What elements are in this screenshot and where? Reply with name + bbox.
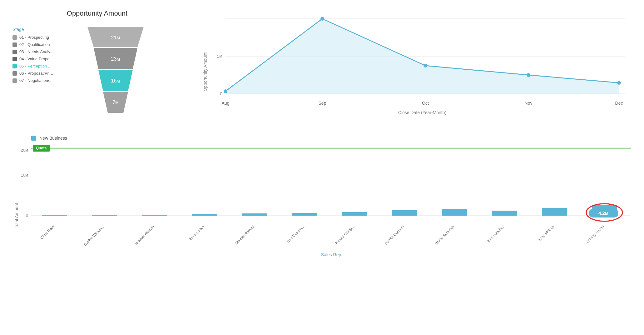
x-label-evelyn: Evelyn William... [83,224,105,247]
legend-label-0: 01 - Prospecting [19,35,49,40]
bar-evelyn [92,215,117,216]
bar-doroth [392,210,417,216]
data-point-nov [527,73,530,77]
legend-label-1: 02 - Qualification [19,42,50,47]
bar-legend-color [31,136,36,141]
bottom-section: New Business Total Amount 20м 10м 0 Quot… [12,136,632,270]
funnel-chart-svg: 21м 23м 16м 7м [81,24,150,121]
x-label-oct: Oct [422,101,429,106]
data-point-aug [224,89,227,93]
data-point-oct [424,64,427,68]
legend-color-0 [12,35,17,40]
dashboard: Opportunity Amount Stage 01 - Prospectin… [0,0,644,279]
bar-y-0: 0 [26,213,28,218]
bar-chart-svg: Total Amount 20м 10м 0 Quota Chris Riley… [12,144,643,269]
legend-color-4 [12,64,17,68]
x-label-eric-g: Eric Gutierrez [286,224,305,243]
legend-label-5: 06 - Proposal/Pri... [19,71,53,76]
funnel-svg: 21м 23м 16м 7м [81,24,182,122]
x-label-nov: Nov [525,101,533,106]
bar-y-10m: 10м [21,173,28,178]
legend-items: 01 - Prospecting02 - Qualification03 - N… [12,35,75,83]
x-axis-label: Close Date (Year-Month) [398,110,446,115]
legend-item-0: 01 - Prospecting [12,35,75,40]
funnel-title: Opportunity Amount [12,9,182,18]
bar-y-axis-label: Total Amount [14,203,19,228]
quota-badge-label: Quota [36,146,47,150]
bar-eric-g [292,213,317,216]
bar-x-axis-label: Sales Rep [321,252,341,257]
x-label-doroth: Doroth Gardner [384,224,405,246]
legend-color-1 [12,42,17,47]
legend-item-3: 04 - Value Propo... [12,57,75,61]
x-label-harold: Harold Camp... [334,224,355,245]
funnel-label-4: 7м [112,100,119,105]
top-row: Opportunity Amount Stage 01 - Prospectin… [12,9,632,123]
bar-irene-m [542,208,567,216]
funnel-section: Opportunity Amount Stage 01 - Prospectin… [12,9,182,123]
legend-item-2: 03 - Needs Analy... [12,49,75,54]
x-label-johnny: Johnny Green [585,224,605,244]
legend-label-4: 05 - Perception ... [19,64,52,68]
bar-y-20m: 20м [21,148,28,152]
bar-eric-s [492,211,517,216]
x-label-chris: Chris Riley [39,224,55,240]
legend-title: Stage [12,27,75,32]
funnel-label-3: 16м [111,78,120,83]
legend-item-1: 02 - Qualification [12,42,75,47]
bar-chris-riley [42,215,67,216]
line-chart-svg: 5м 0 Opportunity Amount Aug Sep Oct Nov … [201,9,632,122]
bar-legend-label: New Business [39,136,67,141]
funnel-label-1: 21м [111,35,120,40]
x-label-eric-s: Eric Sanchez [486,224,505,243]
y-axis-label: Opportunity Amount [203,52,208,91]
data-point-sep [320,17,324,21]
x-label-bruce: Bruce Kennedy [434,224,455,245]
legend-item-4: 05 - Perception ... [12,64,75,68]
legend-item-6: 07 - Negotiation/... [12,78,75,83]
funnel-label-2: 23м [111,56,120,62]
legend-label-3: 04 - Value Propo... [19,57,53,61]
x-label-irene-k: Irene Kelley [188,224,205,241]
legend-color-3 [12,57,17,61]
x-label-aug: Aug [222,101,230,106]
legend-item-5: 06 - Proposal/Pri... [12,71,75,76]
legend-color-5 [12,71,17,76]
y-label-0: 0 [220,91,222,96]
y-label-5m: 5м [217,54,222,59]
x-label-dennis: Dennis Howard [234,224,255,245]
bar-chart-legend: New Business [31,136,632,141]
bar-harold [342,212,367,216]
line-chart-section: 5м 0 Opportunity Amount Aug Sep Oct Nov … [201,9,632,123]
badge-text: 4.2м [598,210,608,216]
bar-bruce [442,209,467,216]
legend-color-2 [12,50,17,54]
bar-dennis [242,213,267,216]
data-point-dec [617,81,621,85]
legend-label-2: 03 - Needs Analy... [19,49,53,54]
x-label-dec: Dec [615,101,623,106]
x-label-irene-m: Irene McCoy [537,224,555,242]
funnel-content: Stage 01 - Prospecting02 - Qualification… [12,24,182,122]
x-label-nicolas: Nicolas Weaver [134,224,155,246]
bar-irene-k [192,214,217,216]
x-label-sep: Sep [319,101,326,106]
funnel-legend: Stage 01 - Prospecting02 - Qualification… [12,24,75,122]
bar-nicolas [142,215,167,216]
legend-label-6: 07 - Negotiation/... [19,78,52,83]
legend-color-6 [12,78,17,83]
